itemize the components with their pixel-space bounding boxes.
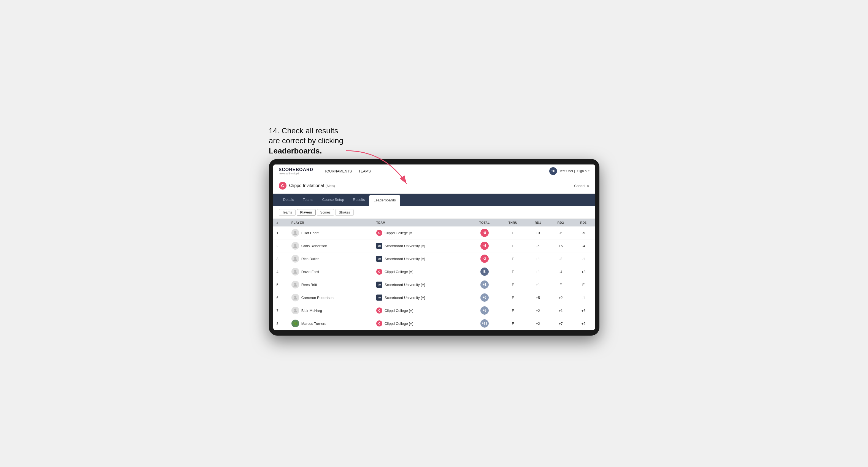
- cell-rd1: +1: [526, 278, 549, 291]
- svg-point-4: [294, 270, 297, 272]
- table-row: 8🌿Marcus TurnersCClippd College [A]+11F+…: [273, 317, 595, 330]
- cell-rd2: +7: [549, 317, 572, 330]
- tournament-header: C Clippd Invitational (Men) Cancel ✕: [273, 178, 595, 194]
- user-avatar: TU: [549, 167, 557, 175]
- player-name: Cameron Robertson: [301, 295, 334, 300]
- team-name: Scoreboard University [A]: [384, 283, 425, 287]
- player-name: Chris Robertson: [301, 244, 327, 248]
- table-row: 5Rees BrittSBScoreboard University [A]+1…: [273, 278, 595, 291]
- cell-team: SBScoreboard University [A]: [373, 291, 470, 304]
- cell-thru: F: [499, 252, 526, 265]
- col-rd1: RD1: [526, 219, 549, 226]
- tab-teams[interactable]: Teams: [298, 194, 318, 206]
- col-rank: #: [273, 219, 288, 226]
- cell-rank: 7: [273, 304, 288, 317]
- team-name: Clippd College [A]: [384, 231, 413, 235]
- cell-team: SBScoreboard University [A]: [373, 252, 470, 265]
- tab-results[interactable]: Results: [348, 194, 369, 206]
- cell-thru: F: [499, 278, 526, 291]
- cell-team: CClippd College [A]: [373, 304, 470, 317]
- col-rd2: RD2: [549, 219, 572, 226]
- player-name: David Ford: [301, 270, 319, 274]
- team-logo-sb: SB: [376, 282, 382, 288]
- instruction-line1: 14. Check all results: [269, 126, 338, 135]
- filter-strokes[interactable]: Strokes: [335, 209, 354, 216]
- player-name: Elliot Ebert: [301, 231, 319, 235]
- cell-rd3: -5: [572, 226, 595, 240]
- cell-rd3: E: [572, 278, 595, 291]
- cell-rank: 2: [273, 240, 288, 252]
- cell-rd1: +5: [526, 291, 549, 304]
- team-name: Scoreboard University [A]: [384, 257, 425, 261]
- cell-thru: F: [499, 291, 526, 304]
- table-row: 4David FordCClippd College [A]EF+1-4+3: [273, 265, 595, 278]
- cell-rd1: +1: [526, 252, 549, 265]
- col-total: TOTAL: [470, 219, 499, 226]
- player-avatar: [291, 242, 299, 250]
- instruction-bold: Leaderboards.: [269, 147, 322, 155]
- nav-tournaments[interactable]: TOURNAMENTS: [324, 168, 352, 175]
- logo-text: SCOREBOARD: [279, 167, 313, 172]
- col-rd3: RD3: [572, 219, 595, 226]
- top-nav: SCOREBOARD Powered by clippd TOURNAMENTS…: [273, 164, 595, 178]
- cell-rd1: +2: [526, 304, 549, 317]
- svg-point-1: [294, 231, 297, 233]
- team-logo-sb: SB: [376, 243, 382, 249]
- player-avatar: [291, 281, 299, 288]
- cell-total: -2: [470, 252, 499, 265]
- cell-player: Rich Butler: [288, 252, 373, 265]
- cell-player: Cameron Robertson: [288, 291, 373, 304]
- tab-course-setup[interactable]: Course Setup: [318, 194, 349, 206]
- cell-team: SBScoreboard University [A]: [373, 278, 470, 291]
- cell-total: +9: [470, 304, 499, 317]
- nav-teams[interactable]: TEAMS: [359, 168, 371, 175]
- cell-thru: F: [499, 265, 526, 278]
- team-name: Clippd College [A]: [384, 270, 413, 274]
- cancel-button[interactable]: Cancel ✕: [574, 184, 589, 188]
- filter-teams[interactable]: Teams: [279, 209, 296, 216]
- cell-total: -8: [470, 226, 499, 240]
- team-logo-sb: SB: [376, 294, 382, 301]
- cell-rd2: +1: [549, 304, 572, 317]
- svg-point-3: [294, 257, 297, 259]
- team-logo-clippd: C: [376, 320, 382, 326]
- table-row: 3Rich ButlerSBScoreboard University [A]-…: [273, 252, 595, 265]
- cell-rank: 8: [273, 317, 288, 330]
- cell-rank: 4: [273, 265, 288, 278]
- team-name: Clippd College [A]: [384, 309, 413, 313]
- svg-point-5: [294, 283, 297, 285]
- cell-player: Elliot Ebert: [288, 226, 373, 240]
- player-avatar: [291, 307, 299, 314]
- tournament-name: Clippd Invitational: [289, 183, 324, 188]
- cell-thru: F: [499, 317, 526, 330]
- player-name: Rees Britt: [301, 283, 317, 287]
- cell-total: +6: [470, 291, 499, 304]
- cell-rank: 3: [273, 252, 288, 265]
- player-avatar: [291, 294, 299, 302]
- cell-rd1: +2: [526, 317, 549, 330]
- team-logo-clippd: C: [376, 308, 382, 314]
- tab-details[interactable]: Details: [279, 194, 299, 206]
- team-logo-clippd: C: [376, 230, 382, 236]
- filter-players[interactable]: Players: [297, 209, 316, 216]
- cell-rd1: -5: [526, 240, 549, 252]
- tablet-frame: SCOREBOARD Powered by clippd TOURNAMENTS…: [269, 159, 599, 336]
- svg-point-6: [294, 295, 297, 298]
- cell-player: 🌿Marcus Turners: [288, 317, 373, 330]
- cell-rank: 1: [273, 226, 288, 240]
- tab-leaderboards[interactable]: Leaderboards: [369, 195, 400, 206]
- filter-scores[interactable]: Scores: [317, 209, 334, 216]
- sign-out-link[interactable]: Sign out: [577, 169, 589, 173]
- tablet-screen: SCOREBOARD Powered by clippd TOURNAMENTS…: [273, 164, 595, 330]
- cell-total: +1: [470, 278, 499, 291]
- cell-rd2: -2: [549, 252, 572, 265]
- team-name: Scoreboard University [A]: [384, 295, 425, 300]
- table-row: 7Blair McHargCClippd College [A]+9F+2+1+…: [273, 304, 595, 317]
- cell-rd3: +3: [572, 265, 595, 278]
- team-logo-sb: SB: [376, 256, 382, 262]
- cell-team: SBScoreboard University [A]: [373, 240, 470, 252]
- cell-total: +11: [470, 317, 499, 330]
- cell-thru: F: [499, 240, 526, 252]
- cell-rd3: -4: [572, 240, 595, 252]
- cell-team: CClippd College [A]: [373, 317, 470, 330]
